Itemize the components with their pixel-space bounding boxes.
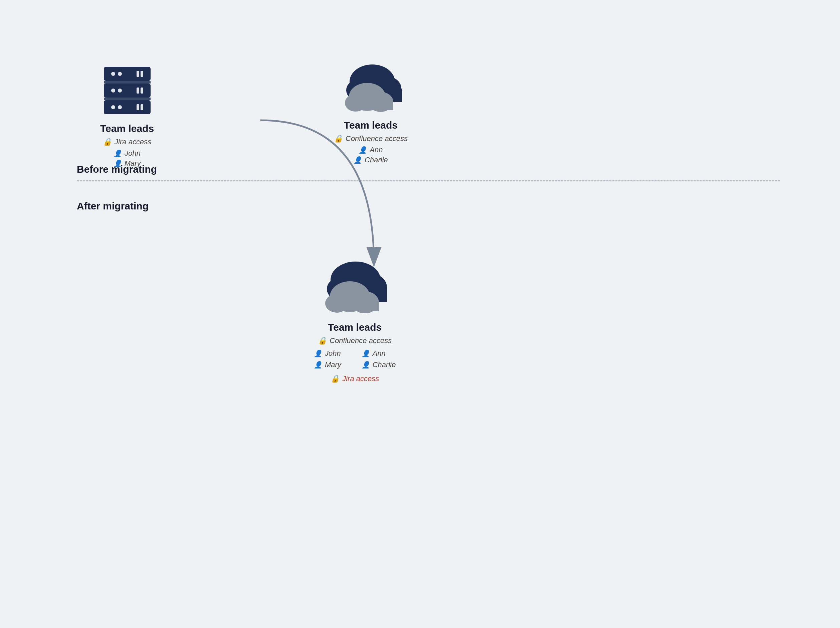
svg-point-7 [118,89,122,93]
user-row-john: 👤 John [114,149,141,158]
user-icon: 👤 [362,350,370,358]
svg-point-9 [118,105,122,109]
user-name-john-bottom: John [325,349,341,358]
svg-rect-13 [141,87,143,93]
after-migrating-label: After migrating [77,201,148,212]
user-name-mary: Mary [125,159,141,168]
svg-rect-2 [104,84,151,98]
user-row-charlie-bottom: 👤 Charlie [362,361,396,369]
cloud-bottom-user-grid: 👤 John 👤 Ann 👤 Mary 👤 Charlie [314,349,396,370]
cloud-group-bottom: Team leads 🔒 Confluence access 👤 John 👤 … [314,261,396,386]
user-name-john: John [125,149,141,158]
user-name-ann: Ann [369,146,383,154]
svg-point-4 [111,72,115,76]
user-row-charlie: 👤 Charlie [354,156,388,165]
svg-rect-16 [104,81,151,84]
user-row-mary: 👤 Mary [114,159,141,168]
user-name-charlie: Charlie [365,156,388,165]
cloud-bottom-access: 🔒 Confluence access [318,336,392,345]
cloud-bottom-jira-access: 🔒 Jira access [330,375,379,383]
red-lock-icon: 🔒 [330,375,339,383]
lock-icon: 🔒 [318,336,327,345]
user-icon: 👤 [314,361,322,369]
svg-rect-10 [137,71,139,77]
cloud-icon-bottom [318,261,392,316]
cloud-icon-top-right [337,63,404,114]
lock-icon: 🔒 [334,134,343,143]
server-group-title: Team leads [100,123,154,134]
svg-rect-25 [355,101,393,110]
svg-rect-33 [336,301,379,311]
cloud-bottom-title: Team leads [328,322,382,333]
svg-rect-1 [104,67,151,81]
user-icon: 👤 [354,156,362,164]
svg-rect-14 [137,104,139,110]
cloud-group-top-right: Team leads 🔒 Confluence access 👤 Ann 👤 C… [334,63,407,166]
user-name-ann-bottom: Ann [373,349,385,358]
user-icon: 👤 [362,361,370,369]
svg-point-6 [111,89,115,93]
user-icon: 👤 [114,159,122,168]
cloud-top-right-access: 🔒 Confluence access [334,134,407,143]
svg-rect-12 [137,87,139,93]
user-name-charlie-bottom: Charlie [373,361,396,369]
cloud-top-right-title: Team leads [344,120,398,131]
svg-rect-15 [141,104,143,110]
user-icon: 👤 [314,350,322,358]
server-icon [101,63,154,117]
user-icon: 👤 [114,149,122,157]
user-row-ann-bottom: 👤 Ann [362,349,396,358]
svg-rect-11 [141,71,143,77]
svg-rect-3 [104,100,151,114]
user-row-mary-bottom: 👤 Mary [314,361,348,369]
user-row-john-bottom: 👤 John [314,349,348,358]
user-name-mary-bottom: Mary [325,361,341,369]
svg-point-8 [111,105,115,109]
svg-rect-17 [104,98,151,100]
server-group: Team leads 🔒 Jira access 👤 John 👤 Mary [100,63,154,169]
user-icon: 👤 [358,146,367,154]
server-group-access: 🔒 Jira access [103,138,151,146]
svg-point-5 [118,72,122,76]
lock-icon: 🔒 [103,138,112,146]
user-row-ann: 👤 Ann [358,146,383,154]
